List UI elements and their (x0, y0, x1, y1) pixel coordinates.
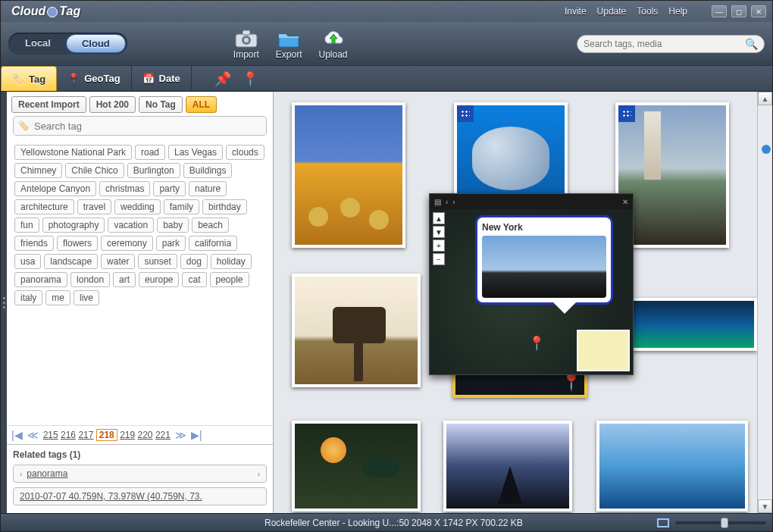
tag-chip[interactable]: panorama (14, 272, 67, 287)
tag-chip[interactable]: sunset (138, 254, 177, 269)
tag-chip[interactable]: Burlington (127, 163, 180, 178)
related-info-row[interactable]: 2010-07-07 40.759N, 73.978W (40.759N, 73… (13, 487, 267, 505)
tag-chip[interactable]: baby (157, 217, 189, 233)
export-button[interactable]: Export (276, 28, 302, 60)
tag-chip[interactable]: family (164, 199, 199, 214)
tag-chip[interactable]: europe (139, 272, 179, 287)
tag-chip[interactable]: people (210, 272, 249, 287)
map-popup-prev-icon[interactable]: ‹ (446, 198, 448, 206)
tag-chip[interactable]: flowers (57, 236, 98, 251)
pager-last[interactable]: ▶| (191, 429, 202, 441)
tag-chip[interactable]: park (156, 236, 186, 251)
tag-chip[interactable]: road (135, 145, 165, 160)
thumbnail[interactable] (292, 274, 421, 387)
tag-chip[interactable]: fun (14, 217, 39, 233)
map-zoom-out[interactable]: − (433, 253, 445, 265)
tab-tag[interactable]: 🏷️ Tag (1, 66, 57, 91)
tag-chip[interactable]: live (74, 290, 99, 305)
filter-no-tag[interactable]: No Tag (139, 96, 183, 113)
pager-page[interactable]: 215 (43, 430, 58, 440)
import-button[interactable]: Import (233, 28, 259, 60)
filter-all[interactable]: ALL (186, 96, 217, 113)
tag-chip[interactable]: dog (180, 254, 208, 269)
tab-geotag[interactable]: 📍 GeoTag (57, 66, 131, 91)
gallery-scrollbar[interactable]: ▲ ▼ (757, 92, 772, 513)
tag-chip[interactable]: me (45, 290, 70, 305)
thumbnail[interactable] (596, 421, 748, 512)
geotag-pin-icon[interactable]: 📍 (242, 70, 258, 87)
tag-chip[interactable]: vacation (108, 217, 154, 233)
tag-chip[interactable]: photography (42, 217, 105, 233)
pager-page[interactable]: 220 (138, 430, 153, 440)
menu-tools[interactable]: Tools (637, 6, 658, 17)
tag-chip[interactable]: wedding (114, 199, 161, 214)
pager-page[interactable]: 218 (96, 429, 117, 441)
upload-button[interactable]: Upload (319, 28, 348, 60)
pager-page[interactable]: 217 (78, 430, 93, 440)
tag-chip[interactable]: Antelope Canyon (14, 181, 96, 196)
tab-date[interactable]: 📅 Date (132, 66, 192, 91)
tag-chip[interactable]: Chimney (14, 163, 62, 178)
pager-page[interactable]: 221 (155, 430, 171, 440)
thumbnail[interactable] (443, 421, 572, 512)
zoom-slider[interactable] (675, 521, 766, 524)
pager-first[interactable]: |◀ (11, 429, 23, 441)
tag-chip[interactable]: london (70, 272, 110, 287)
search-box[interactable]: 🔍 (577, 35, 765, 53)
zoom-icon[interactable] (657, 518, 669, 527)
tag-chip[interactable]: party (153, 181, 186, 196)
tag-chip[interactable]: Las Vegas (168, 145, 223, 160)
tag-chip[interactable]: water (101, 254, 135, 269)
sidebar-resize-handle[interactable] (1, 92, 7, 513)
tag-chip[interactable]: birthday (202, 199, 247, 214)
related-tag-row[interactable]: ‹ panorama › (13, 465, 267, 483)
menu-help[interactable]: Help (668, 6, 687, 17)
tag-chip[interactable]: travel (77, 199, 111, 214)
tag-chip[interactable]: clouds (226, 145, 264, 160)
tag-chip[interactable]: italy (14, 290, 42, 305)
map-popup-next-icon[interactable]: › (452, 198, 455, 206)
zoom-thumb[interactable] (721, 518, 728, 528)
pager-prev[interactable]: ≪ (27, 429, 39, 441)
pager-page[interactable]: 216 (61, 430, 76, 440)
map-minimap[interactable] (577, 330, 630, 371)
pager-page[interactable]: 219 (120, 430, 135, 440)
menu-update[interactable]: Update (597, 6, 627, 17)
tag-chip[interactable]: ceremony (101, 236, 153, 251)
filter-recent-import[interactable]: Recent Import (11, 96, 86, 113)
map-popup-menu-icon[interactable]: ▤ (434, 198, 441, 206)
thumbnail[interactable] (292, 102, 405, 248)
source-local[interactable]: Local (10, 34, 66, 53)
add-geotag-icon[interactable]: 📌 (214, 70, 231, 87)
tag-chip[interactable]: christmas (99, 181, 150, 196)
tag-chip[interactable]: holiday (211, 254, 252, 269)
tag-chip[interactable]: cat (182, 272, 206, 287)
tag-search-input[interactable] (34, 120, 261, 132)
tag-chip[interactable]: Yellowstone National Park (14, 145, 132, 160)
tag-chip[interactable]: Buildings (183, 163, 233, 178)
map-zoom-in[interactable]: + (433, 239, 445, 252)
tag-chip[interactable]: art (113, 272, 136, 287)
map-pan-down[interactable]: ▼ (433, 226, 445, 238)
tag-chip[interactable]: california (189, 236, 237, 251)
scroll-down-button[interactable]: ▼ (758, 499, 772, 513)
pager-next[interactable]: ≫ (175, 429, 186, 441)
tag-chip[interactable]: friends (14, 236, 54, 251)
search-input[interactable] (584, 39, 745, 49)
tag-chip[interactable]: landscape (44, 254, 98, 269)
minimize-button[interactable]: — (712, 5, 727, 17)
source-cloud[interactable]: Cloud (66, 34, 126, 53)
maximize-button[interactable]: ◻ (731, 5, 746, 17)
tag-chip[interactable]: architecture (14, 199, 74, 214)
scroll-up-button[interactable]: ▲ (758, 92, 772, 105)
thumbnail[interactable] (454, 102, 568, 201)
filter-hot-200[interactable]: Hot 200 (89, 96, 136, 113)
tag-chip[interactable]: Chile Chico (65, 163, 124, 178)
close-button[interactable]: ✕ (751, 5, 766, 17)
tag-chip[interactable]: beach (192, 217, 229, 233)
thumbnail[interactable] (292, 421, 421, 512)
tag-chip[interactable]: nature (189, 181, 227, 196)
tag-chip[interactable]: usa (14, 254, 41, 269)
search-icon[interactable]: 🔍 (745, 38, 758, 50)
map-pan-up[interactable]: ▲ (433, 212, 445, 224)
